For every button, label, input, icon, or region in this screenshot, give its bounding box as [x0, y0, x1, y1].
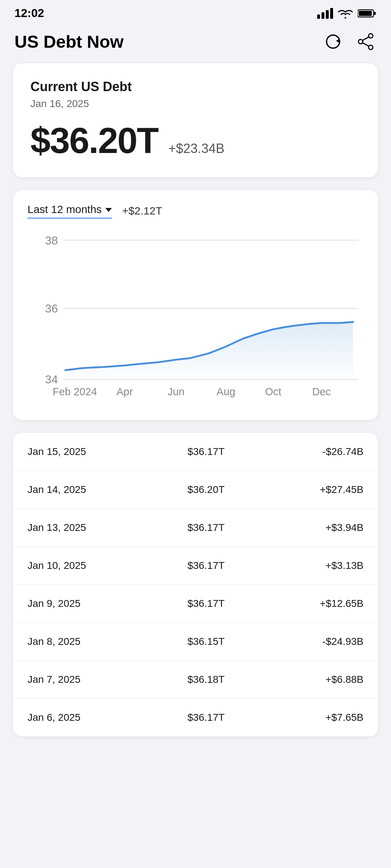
row-date: Jan 15, 2025 — [28, 446, 154, 458]
row-change: +$7.65B — [258, 712, 363, 723]
svg-text:36: 36 — [45, 302, 58, 315]
svg-text:38: 38 — [45, 234, 58, 247]
debt-change: +$23.34B — [168, 141, 224, 156]
row-date: Jan 13, 2025 — [28, 522, 154, 533]
data-table: Jan 15, 2025 $36.17T -$26.74B Jan 14, 20… — [13, 433, 378, 736]
status-bar: 12:02 — [0, 0, 391, 24]
svg-marker-19 — [65, 322, 353, 380]
row-change: +$3.94B — [258, 522, 363, 533]
svg-text:Jun: Jun — [168, 386, 185, 397]
svg-text:Oct: Oct — [265, 386, 281, 397]
svg-rect-1 — [321, 12, 324, 19]
svg-rect-2 — [326, 10, 329, 19]
row-date: Jan 6, 2025 — [28, 712, 154, 723]
refresh-icon — [324, 32, 342, 51]
chevron-down-icon — [105, 208, 112, 212]
svg-point-8 — [369, 34, 373, 38]
svg-text:Dec: Dec — [312, 386, 331, 397]
table-row: Jan 10, 2025 $36.17T +$3.13B — [13, 547, 378, 585]
chart-container: 38 36 34 — [28, 229, 363, 407]
period-label: Last 12 months — [28, 203, 102, 216]
row-change: +$27.45B — [258, 484, 363, 495]
top-bar: US Debt Now — [0, 24, 391, 60]
current-debt-card: Current US Debt Jan 16, 2025 $36.20T +$2… — [13, 63, 378, 177]
status-icons — [317, 8, 377, 19]
row-date: Jan 9, 2025 — [28, 598, 154, 609]
row-amount: $36.18T — [154, 674, 258, 685]
svg-point-10 — [358, 39, 363, 44]
status-time: 12:02 — [14, 7, 44, 20]
svg-rect-5 — [374, 12, 376, 15]
row-amount: $36.17T — [154, 446, 258, 458]
main-content: Current US Debt Jan 16, 2025 $36.20T +$2… — [0, 60, 391, 751]
card-date: Jan 16, 2025 — [30, 98, 361, 110]
svg-text:Feb 2024: Feb 2024 — [52, 386, 97, 397]
card-title: Current US Debt — [30, 79, 361, 94]
row-date: Jan 14, 2025 — [28, 484, 154, 495]
row-date: Jan 8, 2025 — [28, 636, 154, 647]
row-amount: $36.17T — [154, 560, 258, 571]
row-change: +$12.65B — [258, 598, 363, 609]
table-row: Jan 14, 2025 $36.20T +$27.45B — [13, 471, 378, 509]
chart-period-change: +$2.12T — [122, 205, 162, 217]
svg-rect-6 — [359, 11, 372, 16]
table-row: Jan 7, 2025 $36.18T +$6.88B — [13, 661, 378, 699]
share-icon — [356, 32, 375, 51]
row-date: Jan 10, 2025 — [28, 560, 154, 571]
table-row: Jan 15, 2025 $36.17T -$26.74B — [13, 433, 378, 471]
table-row: Jan 9, 2025 $36.17T +$12.65B — [13, 585, 378, 623]
top-bar-actions — [322, 31, 377, 52]
table-row: Jan 6, 2025 $36.17T +$7.65B — [13, 699, 378, 736]
refresh-button[interactable] — [322, 31, 344, 52]
chart-card: Last 12 months +$2.12T 38 36 34 — [13, 190, 378, 420]
row-change: -$26.74B — [258, 446, 363, 458]
svg-rect-3 — [330, 8, 333, 19]
row-amount: $36.17T — [154, 712, 258, 723]
table-row: Jan 13, 2025 $36.17T +$3.94B — [13, 509, 378, 547]
table-row: Jan 8, 2025 $36.15T -$24.93B — [13, 623, 378, 661]
svg-text:Apr: Apr — [117, 386, 133, 397]
row-amount: $36.15T — [154, 636, 258, 647]
row-change: +$6.88B — [258, 674, 363, 685]
svg-point-9 — [369, 45, 373, 50]
app-title: US Debt Now — [14, 32, 123, 52]
row-date: Jan 7, 2025 — [28, 674, 154, 685]
svg-line-11 — [362, 37, 369, 41]
row-amount: $36.17T — [154, 522, 258, 533]
row-amount: $36.20T — [154, 484, 258, 495]
battery-icon — [358, 8, 377, 18]
share-button[interactable] — [355, 31, 377, 52]
row-change: +$3.13B — [258, 560, 363, 571]
svg-text:34: 34 — [45, 373, 58, 386]
svg-rect-0 — [317, 14, 320, 19]
wifi-icon — [338, 8, 353, 19]
period-selector[interactable]: Last 12 months — [28, 203, 112, 218]
svg-line-12 — [362, 43, 369, 46]
svg-text:Aug: Aug — [216, 386, 235, 397]
row-change: -$24.93B — [258, 636, 363, 647]
line-chart: 38 36 34 — [28, 229, 363, 407]
signal-icon — [317, 8, 333, 19]
svg-marker-7 — [336, 39, 340, 43]
row-amount: $36.17T — [154, 598, 258, 609]
debt-amount: $36.20T — [30, 120, 158, 161]
amount-row: $36.20T +$23.34B — [30, 120, 361, 161]
chart-header: Last 12 months +$2.12T — [28, 203, 363, 218]
